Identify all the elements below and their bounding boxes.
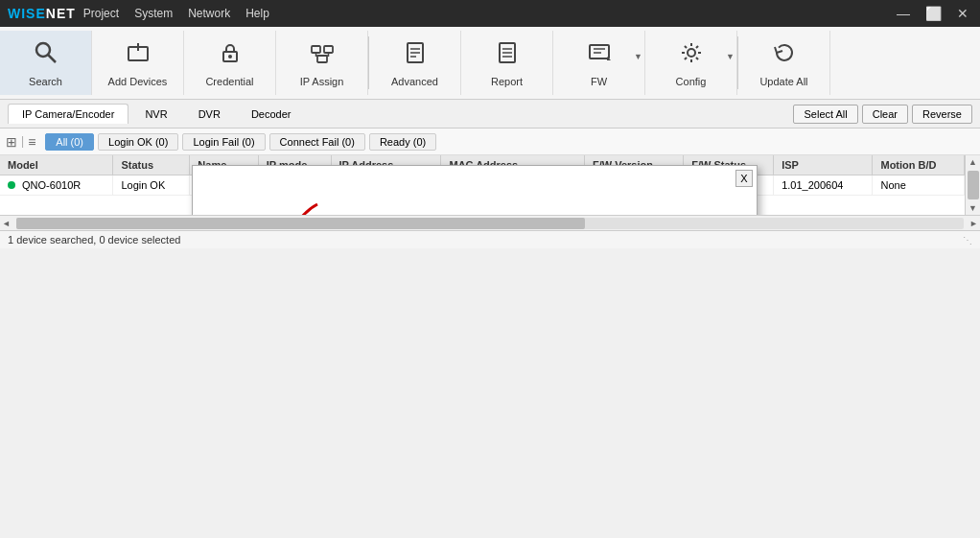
ip-assign-icon [309, 39, 336, 72]
fw-button[interactable]: FW ▼ [553, 31, 645, 95]
reverse-button[interactable]: Reverse [912, 105, 972, 124]
menu-items: Project System Network Help [83, 7, 269, 20]
scroll-area: Model Status Name IP mode IP Address MAC… [0, 155, 980, 215]
cell-motion: None [873, 175, 965, 196]
svg-rect-8 [324, 46, 333, 53]
config-label: Config [676, 76, 707, 87]
scroll-up-button[interactable]: ▲ [967, 155, 979, 169]
col-model: Model [0, 155, 113, 175]
config-dropdown-arrow: ▼ [726, 52, 735, 61]
tab-nvr[interactable]: NVR [130, 104, 181, 124]
fw-label: FW [591, 76, 607, 87]
svg-line-1 [48, 55, 56, 62]
scroll-thumb[interactable] [968, 171, 979, 199]
horizontal-scrollbar[interactable]: ◄ ► [0, 215, 980, 230]
config-button[interactable]: Config ▼ [645, 31, 737, 95]
tab-right-buttons: Select All Clear Reverse [793, 105, 972, 124]
update-all-button[interactable]: Update All [738, 31, 830, 95]
svg-point-26 [688, 49, 695, 57]
resize-handle[interactable]: ⋱ [963, 235, 972, 246]
select-all-button[interactable]: Select All [793, 105, 857, 124]
dialog-overlay: X Camera's IP addres [192, 165, 758, 215]
dialog-content: Camera's IP address Searching (65%) [193, 166, 757, 215]
credential-button[interactable]: Credential [184, 31, 276, 95]
scroll-down-button[interactable]: ▼ [967, 201, 979, 215]
vertical-scrollbar[interactable]: ▲ ▼ [965, 155, 980, 215]
col-motion: Motion B/D [873, 155, 965, 175]
svg-point-0 [36, 43, 50, 57]
grid-view-icon[interactable]: ⊞ [6, 134, 17, 150]
status-indicator [8, 181, 15, 189]
cell-model: QNO-6010R [0, 175, 113, 196]
update-all-label: Update All [759, 76, 807, 87]
cell-isp: 1.01_200604 [774, 175, 873, 196]
divider-icon: | [21, 134, 24, 150]
tabs-row: IP Camera/Encoder NVR DVR Decoder Select… [0, 100, 980, 129]
menu-system[interactable]: System [134, 7, 173, 20]
search-button[interactable]: Search [0, 31, 92, 95]
add-devices-label: Add Devices [108, 76, 168, 87]
filter-all[interactable]: All (0) [45, 133, 94, 151]
filter-ready[interactable]: Ready (0) [369, 133, 436, 151]
close-button[interactable]: ✕ [953, 6, 972, 21]
tab-dvr[interactable]: DVR [184, 104, 235, 124]
wisenet-logo: WISENET [8, 6, 76, 21]
title-bar: WISENET Project System Network Help — ⬜ … [0, 0, 980, 27]
scroll-right-button[interactable]: ► [968, 219, 980, 228]
clear-button[interactable]: Clear [862, 105, 908, 124]
config-icon [678, 39, 705, 72]
fw-dropdown-arrow: ▼ [634, 52, 642, 61]
minimize-button[interactable]: — [893, 6, 914, 21]
dialog-close-button[interactable]: X [735, 170, 753, 187]
ip-assign-label: IP Assign [300, 76, 344, 87]
menu-help[interactable]: Help [245, 7, 269, 20]
status-text: 1 device searched, 0 device selected [8, 234, 180, 246]
tab-ip-camera[interactable]: IP Camera/Encoder [8, 104, 128, 124]
search-icon [33, 39, 59, 72]
maximize-button[interactable]: ⬜ [922, 6, 945, 21]
table-wrapper: Model Status Name IP mode IP Address MAC… [0, 155, 965, 215]
arrow-annotation-area: Camera's IP address [231, 195, 718, 215]
add-devices-button[interactable]: Add Devices [92, 31, 184, 95]
svg-point-6 [228, 55, 232, 58]
scroll-left-button[interactable]: ◄ [0, 219, 12, 228]
main-area: Model Status Name IP mode IP Address MAC… [0, 155, 980, 230]
ip-assign-button[interactable]: IP Assign [276, 31, 368, 95]
filter-connect-fail[interactable]: Connect Fail (0) [269, 133, 365, 151]
credential-label: Credential [205, 76, 253, 87]
col-isp: ISP [774, 155, 873, 175]
add-devices-icon [125, 39, 152, 72]
svg-rect-9 [317, 56, 327, 62]
update-all-icon [771, 39, 798, 72]
search-label: Search [29, 76, 62, 87]
menu-project[interactable]: Project [83, 7, 119, 20]
list-view-icon[interactable]: ≡ [28, 134, 35, 150]
title-bar-right: — ⬜ ✕ [893, 6, 972, 21]
cell-status: Login OK [113, 175, 190, 196]
scroll-track[interactable] [968, 171, 979, 199]
filter-login-fail[interactable]: Login Fail (0) [182, 133, 265, 151]
credential-icon [217, 39, 244, 72]
title-bar-left: WISENET Project System Network Help [8, 6, 269, 21]
advanced-label: Advanced [391, 76, 438, 87]
status-bar: 1 device searched, 0 device selected ⋱ [0, 230, 980, 248]
tab-decoder[interactable]: Decoder [237, 104, 306, 124]
menu-network[interactable]: Network [188, 7, 230, 20]
report-label: Report [491, 76, 523, 87]
report-icon [494, 39, 521, 72]
svg-rect-7 [312, 46, 320, 53]
advanced-icon [402, 39, 429, 72]
h-scroll-thumb[interactable] [16, 218, 585, 229]
filter-row: ⊞ | ≡ All (0) Login OK (0) Login Fail (0… [0, 129, 980, 155]
col-status: Status [113, 155, 190, 175]
filter-login-ok[interactable]: Login OK (0) [98, 133, 178, 151]
report-button[interactable]: Report [461, 31, 553, 95]
h-scroll-track[interactable] [16, 218, 964, 229]
toolbar: Search Add Devices Credential [0, 27, 980, 100]
svg-rect-22 [590, 45, 609, 58]
red-arrow-svg [241, 195, 356, 215]
filter-icons: ⊞ | ≡ [6, 134, 35, 150]
advanced-button[interactable]: Advanced [369, 31, 461, 95]
fw-icon [586, 39, 613, 72]
